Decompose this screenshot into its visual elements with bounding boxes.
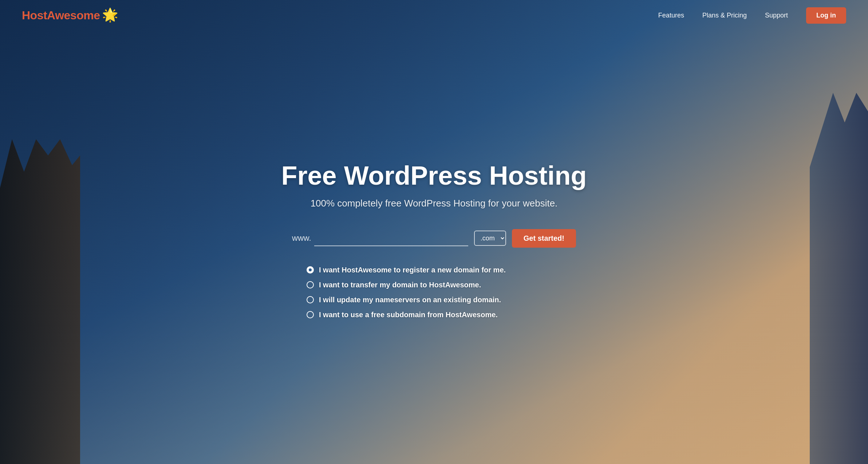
radio-option-subdomain[interactable]: I want to use a free subdomain from Host… bbox=[307, 311, 498, 319]
radio-circle-transfer bbox=[307, 281, 314, 288]
radio-label-subdomain: I want to use a free subdomain from Host… bbox=[319, 311, 498, 319]
support-nav-link[interactable]: Support bbox=[765, 12, 788, 19]
login-button[interactable]: Log in bbox=[806, 7, 846, 24]
radio-circle-register bbox=[307, 266, 314, 274]
radio-label-nameservers: I will update my nameservers on an exist… bbox=[319, 296, 501, 304]
mascot-icon: 🌟 bbox=[102, 7, 118, 23]
logo-prefix: Host bbox=[22, 9, 47, 22]
domain-input-wrapper bbox=[314, 230, 468, 246]
logo-suffix: Awesome bbox=[47, 9, 100, 22]
domain-row: www. .com .net .org .io .co Get started! bbox=[292, 229, 576, 248]
nav-links: Features Plans & Pricing Support Log in bbox=[658, 7, 846, 24]
logo-text: HostAwesome bbox=[22, 9, 100, 22]
radio-option-nameservers[interactable]: I will update my nameservers on an exist… bbox=[307, 296, 501, 304]
domain-input[interactable] bbox=[314, 230, 468, 246]
radio-options-group: I want HostAwesome to register a new dom… bbox=[307, 266, 561, 319]
logo[interactable]: HostAwesome 🌟 bbox=[22, 8, 118, 23]
hero-section: HostAwesome 🌟 Features Plans & Pricing S… bbox=[0, 0, 868, 464]
hero-title: Free WordPress Hosting bbox=[281, 161, 587, 190]
radio-label-register: I want HostAwesome to register a new dom… bbox=[319, 266, 506, 274]
radio-label-transfer: I want to transfer my domain to HostAwes… bbox=[319, 281, 481, 289]
radio-circle-nameservers bbox=[307, 296, 314, 303]
features-nav-link[interactable]: Features bbox=[658, 12, 684, 19]
get-started-button[interactable]: Get started! bbox=[512, 229, 576, 248]
domain-prefix-label: www. bbox=[292, 233, 311, 243]
tld-select[interactable]: .com .net .org .io .co bbox=[474, 231, 506, 246]
plans-pricing-nav-link[interactable]: Plans & Pricing bbox=[702, 12, 747, 19]
hero-content: Free WordPress Hosting 100% completely f… bbox=[0, 31, 868, 464]
radio-circle-subdomain bbox=[307, 311, 314, 318]
radio-option-transfer[interactable]: I want to transfer my domain to HostAwes… bbox=[307, 281, 481, 289]
radio-option-register[interactable]: I want HostAwesome to register a new dom… bbox=[307, 266, 506, 274]
hero-subtitle: 100% completely free WordPress Hosting f… bbox=[311, 198, 558, 209]
navbar: HostAwesome 🌟 Features Plans & Pricing S… bbox=[0, 0, 868, 31]
